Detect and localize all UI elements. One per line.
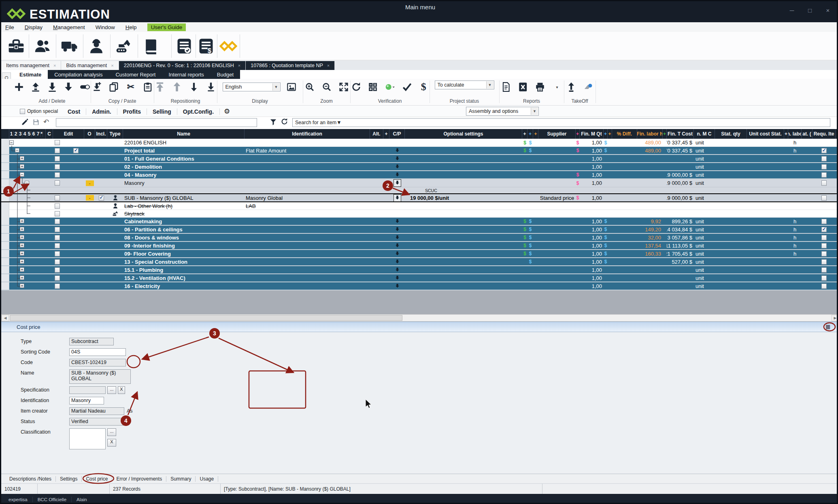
checkbox[interactable] — [821, 251, 827, 256]
tab-budget[interactable]: Budget — [211, 70, 240, 79]
table-row[interactable]: +09 -Interior finishing$$1,00$137,5411 1… — [1, 242, 838, 250]
arrow-top-icon[interactable] — [154, 80, 166, 93]
copy-down-icon[interactable] — [395, 218, 400, 224]
brand-diamond-icon[interactable] — [219, 36, 238, 56]
gear-icon[interactable]: ⚙ — [220, 107, 230, 116]
column-header-pctdiff[interactable]: % Diff. — [612, 129, 637, 139]
takeoff-link-icon[interactable] — [582, 80, 594, 93]
column-header-p3[interactable]: + — [527, 129, 533, 139]
table-row[interactable]: +08 - Doors & windows$$1,00$32,003 057,8… — [1, 234, 838, 242]
catalog-book-icon[interactable] — [141, 36, 161, 56]
scroll-right-icon[interactable]: ▶ — [832, 315, 838, 321]
field-input-status[interactable]: Verified — [69, 418, 124, 426]
tree-collapse-toggle[interactable]: − — [25, 181, 29, 185]
arrow-up-icon[interactable] — [171, 80, 183, 93]
report-icon[interactable] — [500, 80, 512, 93]
checkbox[interactable] — [55, 156, 60, 161]
tab-compilation-analysis[interactable]: Compilation analysis — [48, 70, 109, 79]
menu-item-file[interactable]: File — [5, 24, 14, 30]
column-header-p2[interactable]: + — [522, 129, 527, 139]
checkbox[interactable] — [821, 259, 827, 265]
menu-item-display[interactable]: Display — [25, 24, 43, 30]
browse-button[interactable]: ... — [107, 386, 116, 394]
truck-icon[interactable] — [60, 36, 79, 56]
toolbox-icon[interactable] — [6, 36, 26, 56]
menu-item-window[interactable]: Window — [96, 24, 115, 30]
field-input-identification[interactable]: Masonry Global — [69, 397, 104, 404]
search-input[interactable]: Search for an item ▼ — [292, 118, 830, 127]
save-icon[interactable] — [32, 118, 40, 128]
maximize-button[interactable]: □ — [802, 7, 818, 14]
checkbox[interactable] — [55, 180, 60, 186]
column-header-type[interactable]: Type — [107, 129, 123, 139]
checkbox[interactable] — [55, 259, 60, 265]
printer-icon[interactable] — [534, 80, 546, 93]
dollar-icon[interactable]: $ — [417, 80, 430, 93]
checkbox[interactable] — [821, 219, 827, 224]
column-header-optional[interactable]: Optional settings — [405, 129, 522, 139]
checkbox[interactable] — [821, 267, 827, 273]
column-header-p1[interactable]: + — [383, 129, 389, 139]
column-header-nlabo[interactable]: n. labo — [788, 129, 802, 139]
refresh-icon[interactable] — [350, 80, 362, 93]
arrow-bottom-icon[interactable] — [205, 80, 217, 93]
menu-item-user-s-guide[interactable]: User's Guide — [147, 23, 186, 31]
checkbox[interactable] — [55, 211, 60, 216]
checkbox[interactable] — [55, 219, 60, 224]
checkbox[interactable] — [821, 235, 827, 240]
table-row[interactable]: +16 - Electricity1,00unit — [1, 282, 838, 290]
table-row[interactable]: Lab - Other Work (h)LAB — [1, 202, 838, 210]
zoom-in-icon[interactable] — [304, 80, 316, 93]
table-row[interactable]: SCUC — [1, 187, 838, 193]
column-header-statqty[interactable]: Stat. qty — [715, 129, 747, 139]
checkbox[interactable] — [55, 164, 60, 169]
tree-expand-toggle[interactable]: + — [20, 156, 24, 161]
table-row[interactable]: Skytrack — [1, 210, 838, 218]
checkbox[interactable] — [55, 227, 60, 232]
column-header-p6[interactable]: + — [604, 129, 608, 139]
doc-dollar-icon[interactable]: $ — [196, 36, 216, 56]
menu-item-management[interactable]: Management — [53, 24, 85, 30]
checkbox[interactable] — [821, 284, 827, 289]
checkbox[interactable] — [55, 172, 60, 178]
field-input-type[interactable]: Subcontract — [69, 338, 114, 345]
status-dot-icon[interactable] — [384, 80, 396, 93]
edit-pencil-icon[interactable] — [21, 118, 29, 128]
copy-down-icon[interactable] — [395, 227, 400, 233]
copy-down-icon[interactable] — [395, 148, 400, 154]
table-row[interactable]: +02 - Demolition1,00unit — [1, 163, 838, 171]
tree-expand-toggle[interactable]: + — [20, 259, 24, 264]
column-header-c[interactable]: C — [46, 129, 53, 139]
panel-pin-icon[interactable]: ▦ — [825, 324, 830, 330]
copy-down-icon[interactable] — [393, 194, 401, 201]
excavator-icon[interactable] — [114, 36, 134, 56]
column-header-incl[interactable]: Incl. — [95, 129, 107, 139]
arrow-down-icon[interactable] — [188, 80, 200, 93]
field-input-sorting-code[interactable]: 04S — [69, 348, 126, 356]
quick-edit-input[interactable] — [56, 118, 257, 127]
table-row[interactable]: −220106 ENGLISH$$$1,00$489,0070 337,45 $… — [1, 139, 838, 147]
tree-expand-toggle[interactable]: + — [20, 267, 24, 272]
checkbox[interactable] — [821, 164, 827, 169]
worker-icon[interactable] — [87, 36, 106, 56]
table-row[interactable]: −-Masonry$1,0019 000,00 $unit — [1, 179, 838, 187]
close-icon[interactable]: × — [53, 63, 56, 68]
tree-expand-toggle[interactable]: + — [20, 251, 24, 256]
bottom-tab-descriptions-notes[interactable]: Descriptions /Notes — [5, 476, 56, 482]
bottom-tab-error-improvements[interactable]: Error / Improvements — [112, 476, 166, 482]
field-input-classification[interactable] — [69, 428, 106, 449]
column-header-nmc[interactable]: n. M C — [694, 129, 715, 139]
tree-collapse-toggle[interactable]: − — [15, 148, 19, 152]
expand-icon[interactable] — [338, 80, 350, 93]
checkbox[interactable] — [55, 140, 60, 145]
copy-down-icon[interactable] — [393, 179, 401, 187]
zoom-out-icon[interactable] — [321, 80, 333, 93]
clear-button[interactable]: X — [107, 439, 116, 447]
copy-down-icon[interactable] — [395, 243, 400, 249]
column-header-gutter[interactable] — [1, 129, 9, 139]
mode-tab-cost[interactable]: Cost — [62, 108, 86, 115]
assembly-options-dropdown[interactable]: Assembly and options▼ — [466, 107, 539, 116]
close-icon[interactable]: × — [111, 63, 113, 68]
checkbox[interactable] — [821, 195, 827, 201]
checkbox[interactable] — [55, 195, 60, 201]
